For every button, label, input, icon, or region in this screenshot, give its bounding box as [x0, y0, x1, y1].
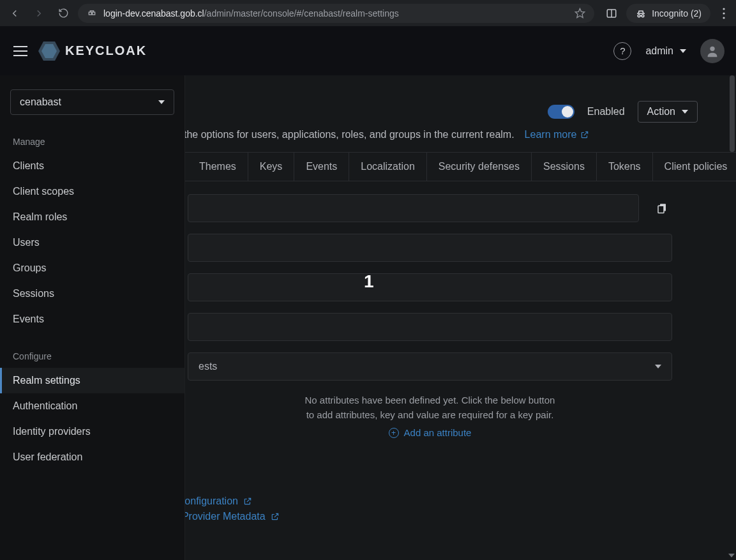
sidebar: cenabast Manage Clients Client scopes Re…: [0, 75, 185, 560]
tab-keys[interactable]: Keys: [248, 153, 295, 181]
url-path: /admin/master/console/#/cenabast/realm-s…: [204, 8, 399, 19]
browser-menu-button[interactable]: [717, 8, 731, 19]
sidebar-item-user-federation[interactable]: User federation: [0, 444, 184, 470]
frontend-url-input[interactable]: [188, 313, 672, 341]
svg-point-9: [723, 17, 725, 19]
sidebar-item-realm-roles[interactable]: Realm roles: [0, 204, 184, 230]
require-ssl-select[interactable]: ests: [188, 352, 672, 381]
bookmark-star-icon[interactable]: [575, 8, 585, 19]
sidebar-item-clients[interactable]: Clients: [0, 153, 184, 179]
sidebar-item-realm-settings[interactable]: Realm settings: [0, 368, 184, 393]
sidebar-item-users[interactable]: Users: [0, 230, 184, 255]
overlay-number: 1: [364, 271, 374, 292]
sidebar-item-client-scopes[interactable]: Client scopes: [0, 179, 184, 204]
tab-events[interactable]: Events: [294, 153, 349, 181]
sidebar-item-events[interactable]: Events: [0, 306, 184, 332]
reload-button[interactable]: [54, 4, 73, 23]
caret-down-icon: [158, 100, 165, 104]
svg-marker-21: [728, 554, 735, 557]
keycloak-logo-text: KEYCLOAK: [65, 43, 147, 58]
select-value: ests: [199, 361, 217, 372]
realm-action-dropdown[interactable]: Action: [638, 101, 698, 123]
external-link-icon: [271, 512, 280, 521]
attributes-empty-message: No attributes have been defined yet. Cli…: [303, 393, 558, 422]
tab-security-defenses[interactable]: Security defenses: [427, 153, 532, 181]
tab-sessions[interactable]: Sessions: [532, 153, 597, 181]
site-info-icon[interactable]: [87, 8, 97, 19]
back-button[interactable]: [5, 4, 24, 23]
caret-down-icon: [682, 110, 688, 114]
caret-down-icon: [680, 49, 686, 53]
url-host: login-dev.cenabast.gob.cl: [103, 8, 204, 19]
svg-rect-19: [658, 206, 664, 213]
saml-metadata-link[interactable]: tity Provider Metadata: [166, 511, 672, 522]
caret-down-icon: [655, 365, 661, 368]
external-link-icon: [580, 130, 589, 139]
url-bar[interactable]: login-dev.cenabast.gob.cl/admin/master/c…: [78, 4, 594, 23]
sidebar-toggle-button[interactable]: [11, 42, 29, 60]
learn-more-link[interactable]: Learn more: [525, 129, 590, 140]
username-label: admin: [645, 45, 673, 57]
forward-button[interactable]: [29, 4, 49, 23]
svg-marker-20: [655, 365, 661, 368]
realm-description-text: l the options for users, applications, r…: [179, 129, 514, 140]
tab-localization[interactable]: Localization: [349, 153, 427, 181]
realm-enabled-label: Enabled: [587, 106, 625, 117]
sidebar-item-authentication[interactable]: Authentication: [0, 393, 184, 419]
sidebar-item-groups[interactable]: Groups: [0, 255, 184, 281]
add-attribute-button[interactable]: + Add an attribute: [188, 427, 672, 438]
avatar[interactable]: [700, 39, 725, 63]
html-display-name-input[interactable]: [188, 273, 672, 301]
svg-marker-17: [682, 110, 688, 114]
svg-marker-22: [158, 100, 165, 104]
incognito-label: Incognito (2): [652, 8, 702, 19]
realm-enabled-toggle[interactable]: [548, 105, 575, 119]
realm-id-input[interactable]: [188, 194, 639, 222]
tab-themes[interactable]: Themes: [188, 153, 248, 181]
svg-marker-15: [680, 49, 686, 53]
svg-rect-0: [89, 12, 91, 15]
app-header: KEYCLOAK ? admin: [0, 26, 736, 75]
svg-point-5: [638, 14, 640, 17]
oidc-endpoint-link[interactable]: nt Configuration: [166, 496, 672, 507]
user-menu[interactable]: admin: [645, 45, 686, 57]
sidebar-item-sessions[interactable]: Sessions: [0, 281, 184, 306]
panel-toggle-icon[interactable]: [603, 5, 620, 22]
realm-selector[interactable]: cenabast: [10, 89, 174, 115]
external-link-icon: [243, 497, 252, 506]
help-button[interactable]: ?: [613, 42, 631, 60]
vertical-scrollbar[interactable]: [730, 75, 735, 152]
sidebar-section-configure: Configure: [0, 347, 184, 368]
sidebar-item-identity-providers[interactable]: Identity providers: [0, 419, 184, 444]
sidebar-section-manage: Manage: [0, 133, 184, 153]
plus-circle-icon: +: [389, 428, 399, 438]
scroll-corner-icon: [727, 551, 736, 560]
incognito-indicator[interactable]: Incognito (2): [626, 4, 710, 23]
svg-point-8: [723, 12, 725, 14]
tab-tokens[interactable]: Tokens: [597, 153, 653, 181]
svg-point-7: [723, 8, 725, 10]
display-name-input[interactable]: [188, 234, 672, 262]
tab-client-policies[interactable]: Client policies: [653, 153, 736, 181]
keycloak-logo-icon: [38, 42, 60, 61]
incognito-icon: [635, 8, 647, 19]
realm-selected-label: cenabast: [20, 96, 61, 108]
copy-button[interactable]: [652, 198, 672, 218]
keycloak-logo[interactable]: KEYCLOAK: [38, 42, 147, 61]
svg-point-16: [710, 46, 714, 50]
svg-rect-1: [93, 12, 95, 15]
svg-marker-2: [576, 8, 585, 17]
action-label: Action: [647, 106, 675, 117]
svg-point-6: [642, 14, 644, 17]
browser-chrome-bar: login-dev.cenabast.gob.cl/admin/master/c…: [0, 0, 736, 26]
